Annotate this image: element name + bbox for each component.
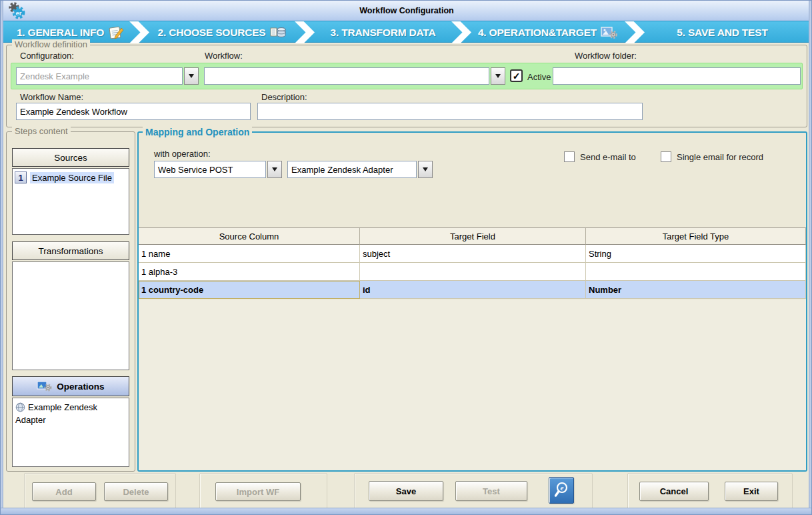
workflow-combobox[interactable] [204,67,505,85]
cancel-button[interactable]: Cancel [639,482,709,501]
operation-type-combobox[interactable]: Web Service POST [154,161,282,178]
cell-source[interactable]: 1 alpha-3 [139,263,360,281]
delete-button[interactable]: Delete [104,482,168,501]
tab-choose-sources[interactable]: 2. CHOOSE SOURCES [139,21,305,43]
source-index-badge: 1 [15,171,27,183]
description-input[interactable] [257,103,643,120]
magnifier-e-icon: e [553,481,569,500]
monitor-gear-icon [37,380,53,392]
sources-header-button[interactable]: Sources [12,148,129,167]
workflow-definition-group: Workflow definition Configuration: Workf… [6,45,807,127]
source-item-label: Example Source File [30,172,114,183]
single-email-checkbox[interactable] [661,151,671,162]
source-list-item[interactable]: 1 Example Source File [13,169,129,186]
column-header-source-column[interactable]: Source Column [139,228,360,245]
workflow-value [204,67,489,85]
cell-type[interactable]: String [586,245,806,263]
active-checkbox[interactable]: ✓ [510,69,523,82]
send-email-label: Send e-mail to [580,152,636,162]
cell-target-selected[interactable]: id [360,281,586,299]
cell-source[interactable]: 1 name [139,245,360,263]
cell-target[interactable] [360,263,586,281]
chevron-down-icon[interactable] [491,67,505,85]
window-border-right [809,1,811,515]
add-button[interactable]: Add [32,482,96,501]
transformations-list[interactable] [12,262,129,370]
configuration-combobox[interactable]: Zendesk Example [16,67,199,85]
cell-type-selected[interactable]: Number [586,281,806,299]
chevron-down-icon[interactable] [267,161,282,178]
cell-type[interactable] [586,263,806,281]
workflow-configuration-window: er Workflow Configuration 1. GENERAL INF… [0,0,812,515]
workflow-folder-label: Workflow folder: [575,51,637,61]
workflow-name-input[interactable] [16,103,251,120]
active-label: Active [527,72,551,82]
operation-list-item[interactable]: Example Zendesk Adapter [13,398,129,430]
import-wf-button[interactable]: Import WF [215,482,301,501]
mapping-table-empty-area [139,300,806,470]
notepad-icon [108,25,124,40]
window-border-left [1,1,3,515]
steps-content-group-label: Steps content [12,126,71,136]
window-border-bottom [1,508,812,514]
chevron-down-icon[interactable] [184,67,199,85]
description-label: Description: [261,92,307,102]
with-operation-label: with operation: [154,149,211,159]
send-email-checkbox[interactable] [564,151,575,162]
svg-text:e: e [561,484,564,492]
tab-transform-data[interactable]: 3. TRANSFORM DATA [305,21,461,43]
save-button[interactable]: Save [369,481,443,501]
checkmark-icon: ✓ [513,71,521,81]
preview-magnifier-button[interactable]: e [549,477,574,504]
cell-target[interactable]: subject [360,245,586,263]
column-header-target-field-type[interactable]: Target Field Type [586,228,806,245]
configuration-label: Configuration: [20,51,74,61]
operation-adapter-value: Example Zendesk Adapter [287,161,417,178]
chevron-down-icon[interactable] [418,161,433,178]
exit-button[interactable]: Exit [725,482,778,501]
workflow-label: Workflow: [205,51,243,61]
operation-type-value: Web Service POST [154,161,266,178]
database-icon [269,25,286,40]
tab-operation-target[interactable]: 4. OPERATION&TARGET [461,21,635,43]
transformations-header-button[interactable]: Transformations [12,241,129,260]
title-bar: er Workflow Configuration [3,1,810,21]
mapping-operation-group-label: Mapping and Operation [143,127,252,137]
configuration-value: Zendesk Example [16,67,183,85]
tab-save-and-test[interactable]: 5. SAVE AND TEST [635,21,810,43]
column-header-target-field[interactable]: Target Field [360,228,586,245]
globe-icon [15,402,25,412]
steps-content-group: Steps content Sources 1 Example Source F… [6,131,135,472]
window-title: Workflow Configuration [3,6,810,15]
operations-list: Example Zendesk Adapter [12,398,129,467]
workflow-name-label: Workflow Name: [20,92,83,102]
operation-adapter-combobox[interactable]: Example Zendesk Adapter [287,161,433,178]
workflow-definition-group-label: Workflow definition [12,39,90,49]
workflow-folder-input[interactable] [553,67,801,85]
single-email-label: Single email for record [677,152,763,162]
test-button[interactable]: Test [455,481,527,501]
operation-item-label: Example Zendesk Adapter [15,402,97,425]
mapping-operation-group: Mapping and Operation with operation: We… [137,131,807,472]
cell-source-selected[interactable]: 1 country-code [139,281,360,299]
image-gear-icon [601,25,618,39]
sources-list: 1 Example Source File [12,168,129,235]
mapping-table: Source Column Target Field Target Field … [139,227,806,299]
wizard-step-bar: 1. GENERAL INFO 2. CHOOSE SOURCES [3,21,810,43]
operations-header-button[interactable]: Operations [12,376,129,396]
